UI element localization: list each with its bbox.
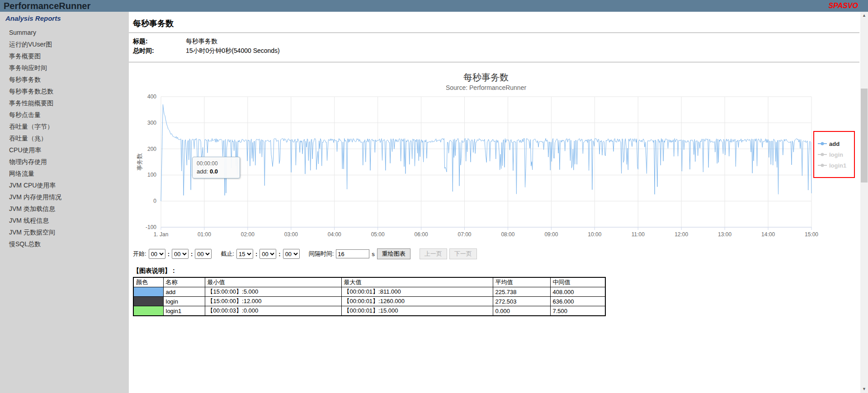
scrollbar-thumb[interactable] xyxy=(861,89,868,182)
time-separator: : xyxy=(168,251,170,257)
sidebar-item-7[interactable]: 每秒点击量 xyxy=(5,109,129,121)
tps-chart: 每秒事务数Source: PerformanceRunner事务数4003002… xyxy=(133,68,860,241)
table-header-cell: 中间值 xyxy=(550,277,605,287)
sidebar-title: Analysis Reports xyxy=(5,14,129,22)
series-color-swatch xyxy=(133,306,163,316)
sidebar-item-6[interactable]: 事务性能概要图 xyxy=(5,97,129,109)
vertical-scrollbar[interactable]: ▲ ▼ xyxy=(860,12,868,393)
info-title-value: 每秒事务数 xyxy=(186,37,217,45)
sidebar-item-13[interactable]: JVM CPU使用率 xyxy=(5,179,129,191)
svg-text:Source: PerformanceRunner: Source: PerformanceRunner xyxy=(446,84,527,91)
start-minute-select[interactable]: 00 xyxy=(172,249,189,259)
sidebar-item-3[interactable]: 事务响应时间 xyxy=(5,62,129,74)
svg-text:11:00: 11:00 xyxy=(632,231,645,238)
scroll-up-icon[interactable]: ▲ xyxy=(860,12,868,19)
svg-text:06:00: 06:00 xyxy=(415,231,428,238)
series-marker-icon xyxy=(818,141,827,146)
table-cell: 7.500 xyxy=(550,306,605,316)
sidebar-item-8[interactable]: 吞吐量（字节） xyxy=(5,121,129,132)
sidebar-item-5[interactable]: 每秒事务数总数 xyxy=(5,85,129,97)
start-hour-select[interactable]: 00 xyxy=(149,249,165,259)
spasvo-logo[interactable]: SPASVO xyxy=(829,2,859,10)
table-cell: 636.000 xyxy=(550,297,605,306)
time-separator: : xyxy=(191,251,193,257)
table-header-cell: 颜色 xyxy=(133,277,163,287)
series-summary-table: 颜色名称最小值最大值平均值中间值 add【15:00:00】:5.000【00:… xyxy=(133,277,606,316)
sidebar-item-9[interactable]: 吞吐量（兆） xyxy=(5,132,129,144)
svg-text:300: 300 xyxy=(147,120,156,126)
svg-text:400: 400 xyxy=(147,94,156,100)
legend-table-caption: 【图表说明】 : xyxy=(133,267,175,275)
table-header-row: 颜色名称最小值最大值平均值中间值 xyxy=(133,277,605,287)
start-label: 开始: xyxy=(133,250,146,258)
table-cell: 【00:00:01】:15.000 xyxy=(341,306,493,316)
table-cell: 272.503 xyxy=(493,297,550,306)
sidebar-item-1[interactable]: 运行的VUser图 xyxy=(5,38,129,50)
table-row: add【15:00:00】:5.000【00:00:01】:811.000225… xyxy=(133,287,605,297)
table-cell: 【15:00:00】:12.000 xyxy=(205,297,341,306)
end-label: 截止: xyxy=(221,250,234,258)
series-color-swatch xyxy=(133,287,163,297)
sidebar-item-16[interactable]: JVM 线程信息 xyxy=(5,215,129,226)
legend-item-login1[interactable]: login1 xyxy=(818,162,854,169)
time-separator: : xyxy=(278,251,280,257)
svg-text:10:00: 10:00 xyxy=(588,231,601,238)
sidebar-item-11[interactable]: 物理内存使用 xyxy=(5,156,129,168)
legend-item-login[interactable]: login xyxy=(818,151,854,158)
svg-text:14:00: 14:00 xyxy=(761,231,775,238)
sidebar-item-4[interactable]: 每秒事务数 xyxy=(5,74,129,85)
legend-item-label: login xyxy=(829,151,843,158)
end-hour-select[interactable]: 15 xyxy=(236,249,253,259)
series-marker-icon xyxy=(818,152,827,157)
chart-legend-highlight-box: addloginlogin1 xyxy=(813,131,855,178)
sidebar-item-10[interactable]: CPU使用率 xyxy=(5,144,129,156)
end-second-select[interactable]: 00 xyxy=(283,249,300,259)
scroll-down-icon[interactable]: ▼ xyxy=(860,385,868,393)
sidebar-item-18[interactable]: 慢SQL总数 xyxy=(5,238,129,250)
table-header-cell: 最小值 xyxy=(205,277,341,287)
divider xyxy=(129,33,859,33)
sidebar-item-14[interactable]: JVM 内存使用情况 xyxy=(5,191,129,203)
svg-text:1. Jan: 1. Jan xyxy=(154,231,169,238)
interval-unit: s xyxy=(372,251,375,257)
redraw-chart-button[interactable]: 重绘图表 xyxy=(377,248,410,259)
svg-text:15:00: 15:00 xyxy=(805,231,818,238)
sidebar-item-12[interactable]: 网络流量 xyxy=(5,168,129,179)
divider xyxy=(129,62,859,62)
svg-text:13:00: 13:00 xyxy=(718,231,731,238)
series-color-swatch xyxy=(133,297,163,306)
previous-page-button[interactable]: 上一页 xyxy=(420,248,447,259)
start-second-select[interactable]: 00 xyxy=(195,249,212,259)
interval-label: 间隔时间: xyxy=(309,250,334,258)
info-title-label: 标题: xyxy=(133,37,186,46)
performance-runner-report-page: PerformanceRunner SPASVO Analysis Report… xyxy=(0,0,868,393)
svg-text:200: 200 xyxy=(147,146,156,152)
sidebar-item-17[interactable]: JVM 元数据空间 xyxy=(5,226,129,238)
table-row: login【15:00:00】:12.000【00:00:01】:1260.00… xyxy=(133,297,605,306)
report-info: 标题:每秒事务数 总时间:15小时0分钟0秒(54000 Seconds) xyxy=(133,37,280,56)
svg-text:07:00: 07:00 xyxy=(458,231,472,238)
svg-text:02:00: 02:00 xyxy=(241,231,255,238)
table-cell: add xyxy=(163,287,205,297)
series-marker-icon xyxy=(818,163,827,168)
sidebar-item-15[interactable]: JVM 类加载信息 xyxy=(5,203,129,215)
chart-plot-area[interactable]: 每秒事务数Source: PerformanceRunner事务数4003002… xyxy=(133,68,860,241)
svg-text:03:00: 03:00 xyxy=(284,231,298,238)
svg-text:05:00: 05:00 xyxy=(371,231,385,238)
report-info-row: 标题:每秒事务数 xyxy=(133,37,280,46)
info-duration-value: 15小时0分钟0秒(54000 Seconds) xyxy=(186,47,280,54)
sidebar-item-0[interactable]: Summary xyxy=(5,27,129,38)
next-page-button[interactable]: 下一页 xyxy=(449,248,477,259)
svg-text:-100: -100 xyxy=(146,224,156,230)
sidebar: Analysis Reports Summary运行的VUser图事务概要图事务… xyxy=(0,12,129,393)
table-header-cell: 最大值 xyxy=(341,277,493,287)
interval-input[interactable] xyxy=(336,249,369,258)
table-cell: 【00:00:01】:1260.000 xyxy=(341,297,493,306)
end-minute-select[interactable]: 00 xyxy=(259,249,276,259)
info-duration-label: 总时间: xyxy=(133,46,186,56)
table-cell: 【00:00:03】:0.000 xyxy=(205,306,341,316)
app-title: PerformanceRunner xyxy=(4,1,90,11)
legend-item-add[interactable]: add xyxy=(818,140,854,147)
sidebar-item-2[interactable]: 事务概要图 xyxy=(5,50,129,62)
svg-text:每秒事务数: 每秒事务数 xyxy=(463,72,509,82)
